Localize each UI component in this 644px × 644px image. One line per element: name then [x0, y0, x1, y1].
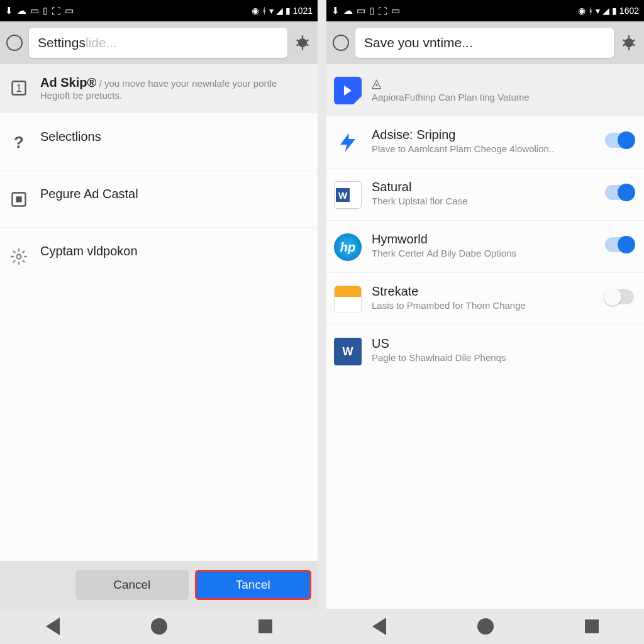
- list-item[interactable]: US Pagle to Shawlnaid Dile Phenqs: [326, 325, 644, 377]
- item-title: Cyptam vldpokon: [40, 244, 308, 258]
- cancel-button[interactable]: Cancel: [75, 570, 189, 600]
- nav-home-icon[interactable]: [477, 618, 494, 635]
- item-sub: Pagle to Shawlnaid Dile Phenqs: [372, 352, 634, 363]
- sync-icon: ◉: [252, 6, 259, 16]
- train-icon: ⛶: [52, 6, 61, 16]
- phone-left: ⬇ ☁ ▭ ▯ ⛶ ▭ ◉ ᚼ ▾ ◢ ▮ 1021 Settings lide…: [0, 0, 318, 644]
- list-item[interactable]: Satural Therk Uplstal flor Case: [326, 169, 644, 221]
- doc-icon: ▯: [369, 5, 374, 16]
- grid-icon: [8, 188, 30, 211]
- calendar-icon: [334, 286, 362, 313]
- toolbar: Save you vntime...: [326, 21, 644, 64]
- gear-icon: [8, 245, 30, 268]
- svg-point-12: [625, 38, 633, 47]
- status-bar: ⬇ ☁ ▭ ▯ ⛶ ▭ ◉ ᚼ ▾ ◢ ▮ 1602: [326, 0, 644, 21]
- svg-line-18: [633, 44, 635, 45]
- wifi-icon: ▾: [269, 6, 274, 16]
- nav-back-icon[interactable]: [372, 618, 386, 635]
- clock: 1021: [293, 6, 313, 16]
- status-left-icons: ⬇ ☁ ▭ ▯ ⛶ ▭: [331, 5, 400, 16]
- question-icon: ?: [8, 131, 30, 153]
- nav-back-icon[interactable]: [46, 618, 60, 635]
- item-sub: Therk Certer Ad Bily Dabe Options: [372, 248, 595, 258]
- bug-icon[interactable]: [294, 34, 311, 52]
- word-icon: [334, 181, 362, 209]
- search-typed: Save you vntime...: [364, 35, 473, 50]
- item-sub: AapioraFuthinp Can Plan ting Vatume: [372, 92, 634, 103]
- list-item[interactable]: Pegure Ad Castal: [0, 170, 318, 228]
- button-bar: Cancel Tancel: [0, 561, 318, 609]
- search-input[interactable]: Save you vntime...: [355, 28, 614, 58]
- nav-bar: [0, 609, 318, 644]
- wifi-icon: ▾: [596, 6, 600, 16]
- card-icon: ▭: [391, 5, 400, 16]
- list-item[interactable]: ◬ AapioraFuthinp Can Plan ting Vatume: [326, 64, 644, 116]
- list-item[interactable]: Hymworld Therk Certer Ad Bily Dabe Optio…: [326, 221, 644, 273]
- bug-icon[interactable]: [620, 34, 638, 52]
- list-item[interactable]: Cyptam vldpokon: [0, 228, 318, 284]
- download-icon: ⬇: [331, 5, 340, 16]
- svg-line-15: [623, 40, 626, 41]
- phone-right: ⬇ ☁ ▭ ▯ ⛶ ▭ ◉ ᚼ ▾ ◢ ▮ 1602 Save you vnti…: [326, 0, 644, 644]
- list-item[interactable]: 1 Ad Skip® / you move have your newnlafe…: [0, 64, 318, 113]
- nav-home-icon[interactable]: [151, 618, 167, 635]
- svg-rect-10: [16, 196, 21, 202]
- image-icon: ▭: [30, 5, 39, 16]
- download-icon: ⬇: [5, 5, 13, 16]
- item-title: US: [372, 336, 634, 351]
- signal-icon: ◢: [276, 6, 283, 16]
- nav-recent-icon[interactable]: [258, 619, 272, 633]
- list-item[interactable]: Strekate Lasis to Pmambed for Thom Chang…: [326, 273, 644, 325]
- play-icon: [334, 77, 362, 104]
- signal-icon: ◢: [602, 6, 609, 16]
- svg-line-16: [623, 44, 626, 45]
- search-typed: Settings: [38, 35, 86, 50]
- bt-icon: ᚼ: [262, 6, 267, 16]
- svg-point-11: [17, 255, 21, 259]
- svg-line-17: [633, 40, 635, 41]
- status-right-icons: ◉ ᚼ ▾ ◢ ▮ 1602: [578, 6, 639, 16]
- svg-line-6: [306, 44, 309, 45]
- card-icon: ▭: [65, 5, 74, 16]
- number-icon: 1: [8, 77, 30, 99]
- battery-icon: ▮: [286, 6, 291, 16]
- toggle-switch[interactable]: [605, 185, 634, 200]
- item-sub: Lasis to Pmambed for Thom Change: [372, 300, 595, 311]
- item-title: Pegure Ad Castal: [40, 187, 308, 201]
- svg-text:1: 1: [16, 82, 21, 94]
- bt-icon: ᚼ: [588, 6, 593, 16]
- train-icon: ⛶: [378, 6, 387, 16]
- image-icon: ▭: [357, 5, 365, 16]
- status-left-icons: ⬇ ☁ ▭ ▯ ⛶ ▭: [5, 5, 74, 16]
- clock: 1602: [619, 6, 639, 16]
- status-bar: ⬇ ☁ ▭ ▯ ⛶ ▭ ◉ ᚼ ▾ ◢ ▮ 1021: [0, 0, 318, 21]
- toggle-switch[interactable]: [605, 237, 634, 252]
- item-title: Strekate: [372, 284, 595, 299]
- triangle-icon: ◬: [372, 75, 634, 91]
- toggle-switch[interactable]: [605, 289, 634, 304]
- item-title: Satural: [372, 180, 595, 194]
- tab-icon[interactable]: [333, 35, 349, 51]
- item-title: Hymworld: [372, 232, 595, 247]
- nav-bar: [326, 609, 644, 644]
- sync-icon: ◉: [578, 6, 586, 16]
- nav-recent-icon[interactable]: [585, 619, 599, 633]
- list-item[interactable]: ? Selectlions: [0, 113, 318, 170]
- toolbar: Settings lide...: [0, 21, 318, 64]
- svg-line-5: [306, 40, 309, 41]
- bolt-icon: [334, 129, 362, 157]
- svg-line-4: [297, 44, 299, 45]
- item-sub: Therk Uplstal flor Case: [372, 196, 595, 206]
- toggle-switch[interactable]: [605, 133, 634, 148]
- confirm-button[interactable]: Tancel: [195, 570, 312, 600]
- item-sub: Plave to Aamlcant Plam Cheoge 4lowolion.…: [372, 143, 595, 154]
- battery-icon: ▮: [612, 6, 617, 16]
- search-hint: lide...: [86, 35, 117, 50]
- list-item[interactable]: Adsise: Sriping Plave to Aamlcant Plam C…: [326, 116, 644, 169]
- tab-icon[interactable]: [6, 35, 23, 51]
- svg-point-0: [298, 38, 307, 47]
- search-input[interactable]: Settings lide...: [29, 28, 287, 58]
- word-icon: [334, 338, 362, 365]
- app-list: ◬ AapioraFuthinp Can Plan ting Vatume Ad…: [326, 64, 644, 609]
- svg-line-3: [297, 40, 299, 41]
